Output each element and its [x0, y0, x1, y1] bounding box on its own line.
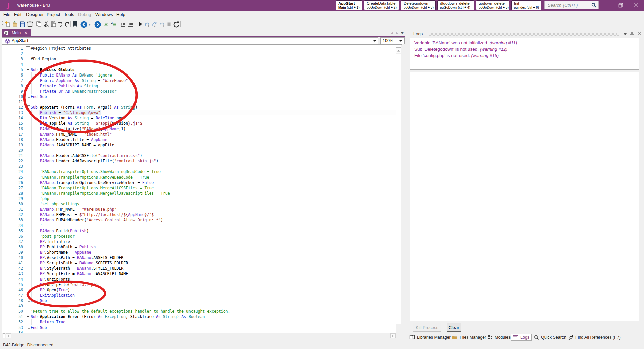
code-line: ' — [40, 148, 42, 153]
clear-button[interactable]: Clear — [447, 323, 461, 332]
panel-close-icon[interactable] — [638, 32, 641, 36]
paste-icon[interactable] — [50, 21, 57, 28]
stop-icon[interactable] — [166, 21, 172, 28]
tool-tab-libraries-manager[interactable]: Libraries Manager — [407, 334, 453, 341]
menu-help[interactable]: Help — [116, 12, 125, 17]
format-code-icon[interactable] — [103, 21, 110, 28]
find-usages-icon — [568, 335, 573, 340]
outdent-icon[interactable] — [120, 21, 126, 28]
code-line: 'php — [40, 196, 49, 201]
tool-tab-files-manager[interactable]: Files Manager — [450, 334, 488, 341]
open-project-icon[interactable] — [12, 21, 19, 28]
tab-close-icon[interactable]: ✕ — [24, 30, 28, 35]
format-code2-icon[interactable]: 2 — [111, 21, 117, 28]
warnings-list[interactable]: Variable 'BANano' was not initialized. (… — [410, 38, 639, 70]
tool-tab-quick-search[interactable]: Quick Search — [532, 334, 568, 341]
editor-vertical-scrollbar[interactable] — [396, 45, 402, 339]
line-number: 13 — [2, 110, 23, 115]
menu-designer[interactable]: Designer — [26, 12, 44, 17]
scroll-up-button[interactable] — [396, 48, 401, 53]
menu-tools[interactable]: Tools — [64, 12, 74, 17]
module-shortcut-CreateDataTable[interactable]: CreateDataTablepgGoDown (ctrl + 2) — [364, 0, 399, 10]
logs-panel-grip[interactable] — [429, 33, 619, 36]
redo-icon[interactable] — [64, 21, 70, 28]
menu-file[interactable]: File — [3, 12, 10, 17]
module-shortcut-godown_delete[interactable]: godown_deletepgGoDown (ctrl + 5) — [476, 0, 509, 10]
fold-toggle[interactable] — [26, 105, 30, 109]
module-shortcut-Init[interactable]: Initpgindex (ctrl + 6) — [511, 0, 541, 10]
log-warning: File 'config.php' is not used. (warning … — [414, 53, 499, 58]
tool-tab-logs[interactable]: Logs — [511, 334, 532, 341]
tab-scroll-right-icon[interactable]: ► — [395, 31, 399, 35]
fold-toggle[interactable] — [26, 46, 30, 50]
menu-windows[interactable]: Windows — [95, 12, 113, 17]
close-button[interactable] — [629, 0, 643, 11]
pin-icon[interactable] — [630, 32, 634, 36]
log-output[interactable] — [410, 72, 639, 321]
vertical-scroll-thumb[interactable] — [396, 54, 401, 324]
menu-debug[interactable]: Debug — [78, 12, 91, 17]
save-icon[interactable] — [19, 21, 26, 28]
module-target: pgGoDown (ctrl + 4) — [440, 6, 472, 10]
module-shortcut-AppStart[interactable]: AppStartMain (ctrl + 1) — [336, 0, 362, 10]
chevron-down-icon — [399, 40, 402, 42]
split-grip[interactable] — [396, 45, 401, 48]
search-input[interactable]: Search (Ctrl+F) — [544, 1, 599, 9]
menu-project[interactable]: Project — [47, 12, 60, 17]
code-line: BP.PublishPath = Publish — [40, 244, 96, 250]
minimize-button[interactable] — [599, 0, 612, 11]
line-number: 20 — [2, 148, 23, 153]
step-over-icon[interactable] — [151, 21, 158, 28]
fold-toggle[interactable] — [26, 68, 30, 71]
module-shortcut-Deletegodown[interactable]: DeletegodownpgGoDown (ctrl + 3) — [401, 0, 436, 10]
tool-tab-label: Files Manager — [460, 335, 486, 340]
module-title: godown_delete — [479, 1, 507, 6]
code-line: BANano.Header.Title = AppName — [40, 137, 107, 142]
indent-icon[interactable] — [127, 21, 134, 28]
copy-icon[interactable] — [36, 21, 42, 28]
zoom-select[interactable]: 100% — [380, 37, 405, 44]
member-select[interactable]: AppStart — [2, 37, 378, 44]
scroll-right-button[interactable] — [390, 333, 396, 338]
tab-main[interactable]: Main ✕ — [2, 29, 31, 36]
module-shortcut-dtgodown_delete[interactable]: dtgodown_deletepgGoDown (ctrl + 4) — [437, 0, 474, 10]
code-line: #End Region — [31, 56, 56, 62]
fold-toggle[interactable] — [26, 315, 30, 318]
back-icon[interactable] — [80, 21, 87, 28]
run-icon[interactable] — [137, 21, 144, 28]
scroll-left-button[interactable] — [6, 333, 11, 338]
line-number: 15 — [2, 121, 23, 126]
cut-icon[interactable] — [43, 21, 50, 28]
restart-icon[interactable] — [173, 21, 179, 28]
line-number: 17 — [2, 132, 23, 137]
bookmark-icon[interactable] — [72, 21, 78, 28]
line-number: 1 — [2, 46, 23, 51]
toolbar-grip[interactable] — [2, 21, 3, 27]
code-line: Publish = "C:\laragon\www" — [40, 110, 100, 115]
code-line: BANano.HTML_NAME = "index.html" — [40, 132, 112, 137]
tab-scroll-left-icon[interactable]: ◄ — [390, 31, 394, 35]
step-out-icon[interactable] — [158, 21, 165, 28]
line-number: 2 — [2, 51, 23, 56]
split-grip[interactable] — [3, 333, 5, 338]
line-number: 35 — [2, 228, 23, 234]
undo-icon[interactable] — [57, 21, 64, 28]
menu-edit[interactable]: Edit — [14, 12, 21, 17]
panel-menu-icon[interactable] — [624, 33, 627, 35]
code-line: Dim appFile As String = $"app${Version}.… — [40, 121, 142, 126]
package-icon[interactable] — [26, 21, 33, 28]
kill-process-button[interactable]: Kill Process — [413, 323, 441, 332]
back-dropdown-icon[interactable] — [88, 21, 95, 28]
tool-tab-find-all-references-f7-[interactable]: Find All References (F7) — [566, 334, 623, 341]
code-editor[interactable]: 1#Region Project Attributes23#End Region… — [2, 44, 402, 339]
step-into-icon[interactable] — [144, 21, 150, 28]
restore-button[interactable] — [614, 0, 627, 11]
forward-icon[interactable] — [94, 21, 101, 28]
module-target: pgGoDown (ctrl + 2) — [367, 6, 396, 10]
tab-list-icon[interactable]: ▼ — [400, 31, 404, 35]
editor-horizontal-scrollbar[interactable] — [2, 333, 402, 339]
code-line: Dim Version As String = DateTime.now — [40, 115, 123, 121]
new-file-icon[interactable] — [5, 21, 11, 28]
tool-tab-modules[interactable]: Modules — [486, 334, 513, 341]
close-icon — [634, 3, 638, 8]
